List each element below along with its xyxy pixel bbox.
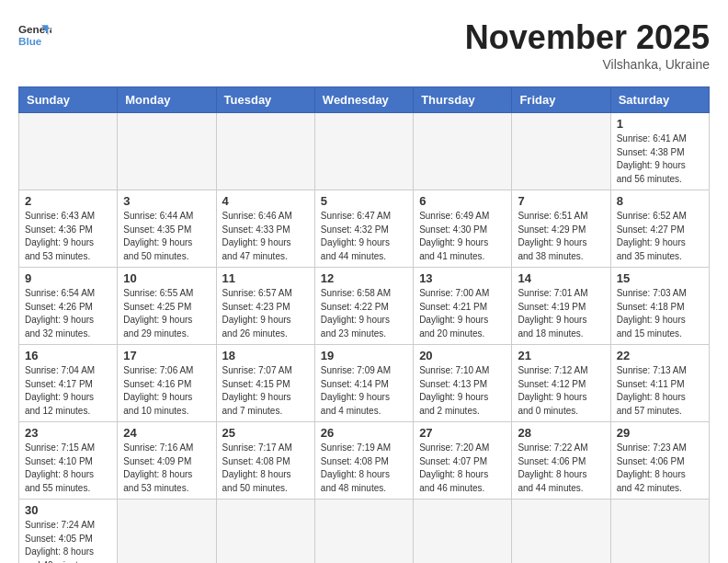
calendar-cell: 19Sunrise: 7:09 AM Sunset: 4:14 PM Dayli… [314,345,413,422]
calendar-cell: 15Sunrise: 7:03 AM Sunset: 4:18 PM Dayli… [610,268,709,345]
day-of-week-header: Sunday [19,87,118,113]
day-of-week-header: Friday [512,87,610,113]
day-number: 29 [617,426,703,440]
day-info: Sunrise: 6:43 AM Sunset: 4:36 PM Dayligh… [25,210,111,263]
calendar-cell: 23Sunrise: 7:15 AM Sunset: 4:10 PM Dayli… [19,422,118,500]
day-number: 26 [321,426,407,440]
day-number: 21 [518,349,604,362]
calendar-cell: 4Sunrise: 6:46 AM Sunset: 4:33 PM Daylig… [216,190,314,268]
calendar-cell: 26Sunrise: 7:19 AM Sunset: 4:08 PM Dayli… [314,422,413,500]
day-number: 7 [518,194,604,208]
day-number: 11 [222,271,309,285]
day-info: Sunrise: 7:17 AM Sunset: 4:08 PM Dayligh… [222,442,309,495]
calendar-cell: 11Sunrise: 6:57 AM Sunset: 4:23 PM Dayli… [216,268,314,345]
day-number: 23 [25,426,111,440]
day-of-week-header: Tuesday [216,87,314,113]
calendar-cell: 2Sunrise: 6:43 AM Sunset: 4:36 PM Daylig… [19,190,118,268]
day-number: 18 [222,349,309,362]
svg-text:Blue: Blue [18,35,42,47]
calendar-cell: 17Sunrise: 7:06 AM Sunset: 4:16 PM Dayli… [118,345,216,422]
page-header: General Blue November 2025 Vilshanka, Uk… [18,18,710,72]
calendar-cell [314,500,413,564]
calendar-cell: 10Sunrise: 6:55 AM Sunset: 4:25 PM Dayli… [118,268,216,345]
calendar-cell [216,500,314,564]
day-info: Sunrise: 7:15 AM Sunset: 4:10 PM Dayligh… [25,442,111,495]
day-info: Sunrise: 7:07 AM Sunset: 4:15 PM Dayligh… [222,364,309,418]
day-number: 16 [25,349,111,362]
calendar-cell: 13Sunrise: 7:00 AM Sunset: 4:21 PM Dayli… [414,268,512,345]
day-info: Sunrise: 6:54 AM Sunset: 4:26 PM Dayligh… [25,287,111,340]
day-number: 15 [617,271,703,285]
day-number: 1 [617,117,703,131]
day-info: Sunrise: 7:00 AM Sunset: 4:21 PM Dayligh… [419,287,506,340]
day-info: Sunrise: 7:24 AM Sunset: 4:05 PM Dayligh… [25,519,111,563]
day-of-week-header: Saturday [610,87,709,113]
calendar-cell: 27Sunrise: 7:20 AM Sunset: 4:07 PM Dayli… [414,422,512,500]
calendar-cell: 28Sunrise: 7:22 AM Sunset: 4:06 PM Dayli… [512,422,610,500]
calendar-cell: 1Sunrise: 6:41 AM Sunset: 4:38 PM Daylig… [610,113,709,190]
day-info: Sunrise: 7:10 AM Sunset: 4:13 PM Dayligh… [419,364,506,418]
day-info: Sunrise: 7:01 AM Sunset: 4:19 PM Dayligh… [518,287,604,340]
calendar-cell: 3Sunrise: 6:44 AM Sunset: 4:35 PM Daylig… [118,190,216,268]
day-info: Sunrise: 6:55 AM Sunset: 4:25 PM Dayligh… [123,287,210,340]
day-info: Sunrise: 6:52 AM Sunset: 4:27 PM Dayligh… [617,210,703,263]
day-info: Sunrise: 7:06 AM Sunset: 4:16 PM Dayligh… [123,364,210,418]
day-number: 27 [419,426,506,440]
day-info: Sunrise: 6:51 AM Sunset: 4:29 PM Dayligh… [518,210,604,263]
day-number: 28 [518,426,604,440]
calendar-table: SundayMondayTuesdayWednesdayThursdayFrid… [18,86,710,563]
calendar-cell [19,113,118,190]
calendar-cell [314,113,413,190]
calendar-cell [512,500,610,564]
calendar-cell: 30Sunrise: 7:24 AM Sunset: 4:05 PM Dayli… [19,500,118,564]
day-info: Sunrise: 7:13 AM Sunset: 4:11 PM Dayligh… [617,364,703,418]
calendar-cell [414,500,512,564]
calendar-cell [610,500,709,564]
day-info: Sunrise: 6:41 AM Sunset: 4:38 PM Dayligh… [617,132,703,186]
subtitle: Vilshanka, Ukraine [465,57,710,72]
day-number: 8 [617,194,703,208]
logo-icon: General Blue [18,18,51,52]
calendar-week-row: 2Sunrise: 6:43 AM Sunset: 4:36 PM Daylig… [19,190,710,268]
day-info: Sunrise: 7:03 AM Sunset: 4:18 PM Dayligh… [617,287,703,340]
day-of-week-header: Thursday [414,87,512,113]
day-number: 9 [25,271,111,285]
calendar-week-row: 23Sunrise: 7:15 AM Sunset: 4:10 PM Dayli… [19,422,710,500]
month-title: November 2025 [465,18,710,57]
day-of-week-header: Monday [118,87,216,113]
calendar-cell: 20Sunrise: 7:10 AM Sunset: 4:13 PM Dayli… [414,345,512,422]
calendar-cell [118,500,216,564]
day-number: 20 [419,349,506,362]
day-number: 4 [222,194,309,208]
calendar-cell: 9Sunrise: 6:54 AM Sunset: 4:26 PM Daylig… [19,268,118,345]
logo: General Blue [18,18,51,52]
day-number: 14 [518,271,604,285]
calendar-cell: 7Sunrise: 6:51 AM Sunset: 4:29 PM Daylig… [512,190,610,268]
day-number: 24 [123,426,210,440]
day-info: Sunrise: 6:57 AM Sunset: 4:23 PM Dayligh… [222,287,309,340]
day-of-week-header: Wednesday [314,87,413,113]
calendar-week-row: 9Sunrise: 6:54 AM Sunset: 4:26 PM Daylig… [19,268,710,345]
calendar-cell: 22Sunrise: 7:13 AM Sunset: 4:11 PM Dayli… [610,345,709,422]
calendar-header-row: SundayMondayTuesdayWednesdayThursdayFrid… [19,87,710,113]
calendar-cell [216,113,314,190]
day-info: Sunrise: 6:47 AM Sunset: 4:32 PM Dayligh… [321,210,407,263]
day-number: 19 [321,349,407,362]
calendar-cell: 21Sunrise: 7:12 AM Sunset: 4:12 PM Dayli… [512,345,610,422]
day-number: 25 [222,426,309,440]
day-number: 6 [419,194,506,208]
day-number: 13 [419,271,506,285]
day-number: 12 [321,271,407,285]
day-number: 5 [321,194,407,208]
calendar-cell [512,113,610,190]
day-info: Sunrise: 7:19 AM Sunset: 4:08 PM Dayligh… [321,442,407,495]
calendar-week-row: 30Sunrise: 7:24 AM Sunset: 4:05 PM Dayli… [19,500,710,564]
calendar-cell: 25Sunrise: 7:17 AM Sunset: 4:08 PM Dayli… [216,422,314,500]
day-info: Sunrise: 6:49 AM Sunset: 4:30 PM Dayligh… [419,210,506,263]
day-number: 2 [25,194,111,208]
day-number: 10 [123,271,210,285]
calendar-cell: 5Sunrise: 6:47 AM Sunset: 4:32 PM Daylig… [314,190,413,268]
calendar-cell: 16Sunrise: 7:04 AM Sunset: 4:17 PM Dayli… [19,345,118,422]
day-number: 22 [617,349,703,362]
day-info: Sunrise: 6:46 AM Sunset: 4:33 PM Dayligh… [222,210,309,263]
